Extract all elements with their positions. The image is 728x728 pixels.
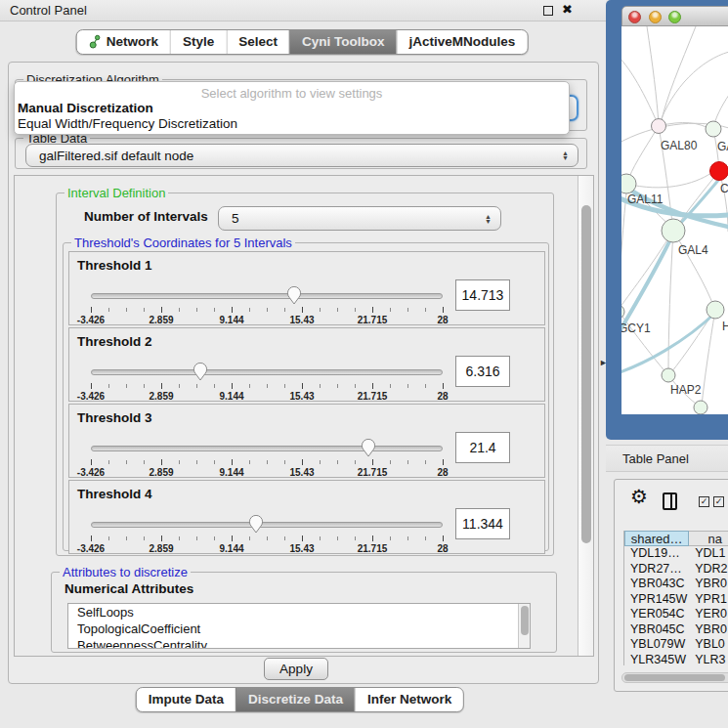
table-data-combo[interactable]: galFiltered.sif default node ▲▼ <box>25 144 578 167</box>
network-node[interactable] <box>694 401 707 414</box>
tab-cyni-toolbox[interactable]: Cyni Toolbox <box>289 30 397 54</box>
table-row[interactable]: YBL079WYBL0 <box>624 637 728 653</box>
network-node[interactable] <box>621 174 636 193</box>
table-cell[interactable]: YBR043C <box>624 577 689 592</box>
table-cell[interactable]: YPR145W <box>624 592 689 608</box>
close-light[interactable] <box>628 11 641 23</box>
network-node[interactable] <box>706 121 721 137</box>
threshold-value-field[interactable]: 11.344 <box>455 508 510 539</box>
algorithm-option-manual-discretization[interactable]: Manual Discretization <box>15 100 569 115</box>
network-canvas[interactable]: GAL80GACGAL11GAL4GCY1HHAP2 <box>621 26 728 414</box>
control-panel-body: Discretization Algorithm ▲▼ Select algor… <box>8 62 599 684</box>
number-of-intervals-combo[interactable]: 5 ▲▼ <box>218 206 501 231</box>
network-node[interactable] <box>662 219 685 242</box>
interval-definition-group: Interval Definition Number of Intervals … <box>56 193 554 556</box>
table-cell[interactable]: YBL0 <box>689 637 728 653</box>
slider-ticks <box>91 307 443 314</box>
threshold-slider[interactable]: -3.4262.8599.14415.4321.71528 <box>91 287 443 322</box>
table-cell[interactable]: YDR27… <box>624 562 689 578</box>
threshold-value-field[interactable]: 6.316 <box>455 356 510 387</box>
tick-label: 15.43 <box>289 467 314 478</box>
tab-style[interactable]: Style <box>170 30 226 54</box>
threshold-slider[interactable]: -3.4262.8599.14415.4321.71528 <box>91 440 443 475</box>
checkbox-icon[interactable]: ✓ <box>713 496 724 507</box>
group-title: Threshold's Coordinates for 5 Intervals <box>71 236 295 250</box>
checkbox-icon[interactable]: ✓ <box>699 496 709 507</box>
gear-icon[interactable]: ⚙ <box>630 485 648 508</box>
tab-select[interactable]: Select <box>226 30 289 54</box>
table-cell[interactable]: YLR3 <box>689 653 728 666</box>
horizontal-scrollbar[interactable] <box>621 672 728 683</box>
table-cell[interactable]: YBR0 <box>689 622 728 638</box>
tick-label: -3.426 <box>77 315 105 325</box>
algorithm-option-equal-width-frequency-discretization[interactable]: Equal Width/Frequency Discretization <box>15 115 569 131</box>
float-window-icon[interactable] <box>543 6 553 16</box>
network-node[interactable] <box>662 368 675 382</box>
table-cell[interactable]: YDL1 <box>689 546 728 562</box>
apply-button[interactable]: Apply <box>264 658 328 680</box>
threshold-panel-4: Threshold 4-3.4262.8599.14415.4321.71528… <box>68 480 545 554</box>
column-header-2[interactable]: na <box>689 531 728 546</box>
vertical-scrollbar[interactable] <box>578 176 593 656</box>
table-row[interactable]: YDR27…YDR2 <box>624 562 728 578</box>
network-node[interactable] <box>710 162 728 181</box>
threshold-value-field[interactable]: 21.4 <box>455 432 510 463</box>
attribute-item-betweennesscentrality[interactable]: BetweennessCentrality <box>68 637 530 649</box>
table-cell[interactable]: YPR1 <box>689 592 728 608</box>
network-node[interactable] <box>707 301 724 319</box>
table-cell[interactable]: YDL19… <box>624 546 689 562</box>
table-cell[interactable]: YBR0 <box>689 577 728 592</box>
slider-ticks <box>91 535 443 542</box>
network-node[interactable] <box>621 305 624 319</box>
table-cell[interactable]: YER054C <box>624 607 689 622</box>
table-row[interactable]: YLR345WYLR3 <box>624 653 728 666</box>
numerical-attributes-label: Numerical Attributes <box>64 581 193 596</box>
attribute-item-selfloops[interactable]: SelfLoops <box>68 604 530 621</box>
zoom-light[interactable] <box>668 11 681 23</box>
table-row[interactable]: YBR045CYBR0 <box>624 622 728 638</box>
table-cell[interactable]: YER0 <box>689 607 728 622</box>
table-cell[interactable]: YBR045C <box>624 622 689 638</box>
tab-label: Network <box>107 34 158 49</box>
slider-thumb[interactable] <box>193 363 208 381</box>
scrollbar-thumb[interactable] <box>624 674 725 681</box>
table-row[interactable]: YPR145WYPR1 <box>624 592 728 608</box>
attribute-item-topologicalcoefficient[interactable]: TopologicalCoefficient <box>68 621 530 637</box>
table-row[interactable]: YER054CYER0 <box>624 607 728 622</box>
table-cell[interactable]: YBL079W <box>624 637 689 653</box>
number-of-intervals-label: Number of Intervals <box>84 209 208 224</box>
tab-discretize-data[interactable]: Discretize Data <box>236 688 355 711</box>
table-cell[interactable]: YLR345W <box>624 653 689 666</box>
tab-infer-network[interactable]: Infer Network <box>355 688 463 711</box>
table-panel-title: Table Panel <box>622 451 689 466</box>
dropdown-placeholder: Select algorithm to view settings <box>15 82 569 100</box>
network-edge <box>627 126 659 183</box>
attributes-list-scrollbar[interactable] <box>518 604 530 648</box>
close-icon[interactable]: ✖ <box>562 2 573 17</box>
threshold-slider[interactable]: -3.4262.8599.14415.4321.71528 <box>91 516 443 551</box>
tab-network[interactable]: Network <box>77 30 170 54</box>
slider-thumb[interactable] <box>286 286 302 305</box>
column-header-1[interactable]: shared… <box>624 531 689 546</box>
table-cell[interactable]: YDR2 <box>689 562 728 578</box>
table-row[interactable]: YDL19…YDL1 <box>624 546 728 562</box>
spinner-arrows-icon: ▲▼ <box>562 150 569 160</box>
network-node[interactable] <box>652 119 666 134</box>
group-title: Interval Definition <box>64 186 168 200</box>
slider-thumb[interactable] <box>248 515 264 534</box>
threshold-slider[interactable]: -3.4262.8599.14415.4321.71528 <box>91 364 443 399</box>
tab-label: Cyni Toolbox <box>302 34 385 49</box>
scrollbar-thumb[interactable] <box>581 205 591 543</box>
attributes-list[interactable]: SelfLoopsTopologicalCoefficientBetweenne… <box>67 603 531 649</box>
tick-label: 28 <box>437 315 448 325</box>
threshold-value-field[interactable]: 14.713 <box>455 279 510 311</box>
tab-jactivemnodules[interactable]: jActiveMNodules <box>397 30 528 54</box>
threshold-label: Threshold 3 <box>77 410 152 425</box>
slider-thumb[interactable] <box>361 439 376 457</box>
tick-label: 21.715 <box>358 315 388 325</box>
split-column-icon[interactable] <box>663 492 677 510</box>
tab-impute-data[interactable]: Impute Data <box>137 688 236 711</box>
table-row[interactable]: YBR043CYBR0 <box>624 577 728 592</box>
network-icon <box>89 34 102 49</box>
minimize-light[interactable] <box>649 11 662 23</box>
